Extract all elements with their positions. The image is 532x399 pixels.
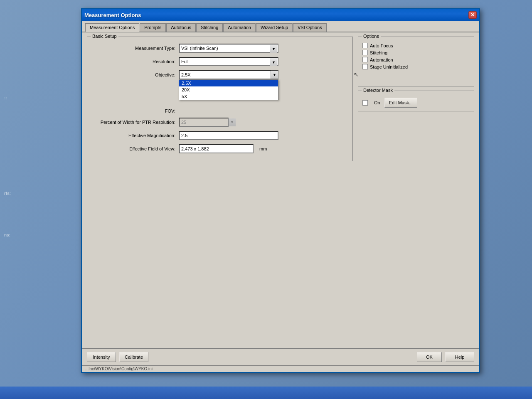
objective-wrapper: 2.5X ▼ 2.5X 20X 5X [179,70,278,79]
right-section: Options Auto Focus Stitching [358,37,474,165]
ptr-label: Percent of Width for PTR Resolution: [91,120,179,125]
objective-row: Objective: 2.5X ▼ 2.5X [91,70,348,79]
help-button[interactable]: Help [445,352,474,362]
side-label-2: rts: [4,191,11,196]
resolution-arrow[interactable]: ▼ [270,58,277,66]
objective-dropdown-list: 2.5X 20X 5X [179,79,278,100]
resolution-row: Resolution: Full ▼ [91,57,348,66]
bottom-left-buttons: Intensity Calibrate [87,352,148,362]
close-button[interactable]: ✕ [468,11,477,19]
automation-checkbox-row: Automation [362,57,470,62]
tab-autofocus[interactable]: Autofocus [166,23,196,32]
fov-row: FOV: [91,108,348,113]
effective-magnification-input[interactable] [179,131,278,140]
measurement-options-dialog: Measurement Options ✕ Measurement Option… [81,8,480,373]
resolution-dropdown[interactable]: Full ▼ [179,57,278,66]
basic-setup-group: Basic Setup Measurement Type: VSI (Infin… [87,37,353,161]
bottom-right-buttons: OK Help [417,352,474,362]
fov-label: FOV: [91,108,179,113]
objective-option-5x[interactable]: 5X [179,93,278,100]
objective-selected[interactable]: 2.5X ▼ [179,70,278,79]
ptr-row: Percent of Width for PTR Resolution: ▼ [91,118,348,127]
tab-measurement-options[interactable]: Measurement Options [85,23,139,32]
detector-mask-on-label: On [374,100,380,105]
objective-label: Objective: [91,72,179,77]
tab-prompts[interactable]: Prompts [140,23,166,32]
resolution-value[interactable]: Full ▼ [179,57,278,66]
tab-bar: Measurement Options Prompts Autofocus St… [82,21,479,32]
autofocus-checkbox-row: Auto Focus [362,43,470,48]
measurement-type-arrow[interactable]: ▼ [270,45,277,53]
basic-setup-title: Basic Setup [91,34,118,39]
objective-option-2_5x[interactable]: 2.5X [179,80,278,86]
stitching-checkbox-row: Stitching [362,50,470,55]
status-path: ...lnc\WYKO\Vision\Config\WYKO.ini [85,367,153,371]
detector-mask-on-checkbox[interactable] [362,100,368,106]
side-label-3: ns: [4,233,10,237]
tab-wizard-setup[interactable]: Wizard Setup [256,23,293,32]
title-bar: Measurement Options ✕ [82,9,479,21]
stitching-checkbox[interactable] [362,50,368,55]
stage-uninit-label: Stage Uninitialized [370,64,408,69]
tab-stitching[interactable]: Stitching [196,23,223,32]
detector-mask-group: Detector Mask On Edit Mask... [358,91,474,111]
fov-unit: mm [259,146,267,151]
edit-mask-button[interactable]: Edit Mask... [384,98,417,108]
tab-automation[interactable]: Automation [223,23,256,32]
dialog-title: Measurement Options [84,12,141,18]
measurement-type-value[interactable]: VSI (Infinite Scan) ▼ [179,44,278,53]
effective-magnification-row: Effective Magnification: [91,131,348,140]
automation-label: Automation [370,57,393,62]
side-label-1: :: [4,96,7,100]
options-group: Options Auto Focus Stitching [358,37,474,86]
effective-fov-label: Effective Field of View: [91,146,179,151]
objective-option-20x[interactable]: 20X [179,86,278,93]
autofocus-label: Auto Focus [370,43,393,48]
measurement-type-dropdown[interactable]: VSI (Infinite Scan) ▼ [179,44,278,53]
bottom-area: Intensity Calibrate OK Help [82,348,479,365]
calibrate-button[interactable]: Calibrate [119,352,148,362]
ptr-dropdown-arrow: ▼ [228,118,236,126]
effective-magnification-label: Effective Magnification: [91,133,179,138]
objective-arrow[interactable]: ▼ [271,71,278,79]
automation-checkbox[interactable] [362,57,368,62]
ptr-wrapper: ▼ [179,118,245,127]
autofocus-checkbox[interactable] [362,43,368,48]
taskbar [0,387,532,399]
options-title: Options [362,34,381,39]
ok-button[interactable]: OK [417,352,442,362]
tab-vsi-options[interactable]: VSI Options [293,23,327,32]
measurement-type-label: Measurement Type: [91,46,179,51]
stitching-label: Stitching [370,50,387,55]
ptr-input [179,118,229,127]
measurement-type-row: Measurement Type: VSI (Infinite Scan) ▼ [91,44,348,53]
status-bar: ...lnc\WYKO\Vision\Config\WYKO.ini [82,365,479,372]
stage-uninit-checkbox[interactable] [362,64,368,69]
effective-fov-row: Effective Field of View: mm [91,144,348,153]
detector-mask-title: Detector Mask [362,88,394,93]
resolution-label: Resolution: [91,59,179,64]
dialog-content: Basic Setup Measurement Type: VSI (Infin… [82,32,479,348]
intensity-button[interactable]: Intensity [87,352,116,362]
stage-uninit-checkbox-row: Stage Uninitialized [362,64,470,69]
effective-fov-input[interactable] [179,144,254,153]
